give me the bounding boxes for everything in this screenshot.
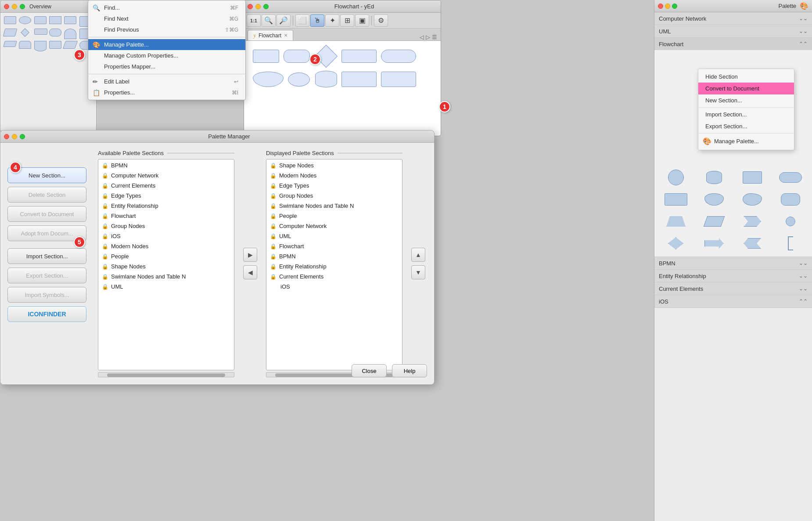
shape-oval[interactable] [668, 170, 684, 185]
palette-section-header-cn[interactable]: Computer Network ⌄⌄ [654, 12, 812, 25]
available-list-item[interactable]: 🔒People [98, 251, 234, 261]
canvas-shape-2[interactable] [284, 50, 310, 63]
app-maximize[interactable] [263, 4, 269, 9]
available-list-item[interactable]: 🔒Modern Nodes [98, 241, 234, 251]
available-list-item[interactable]: 🔒iOS [98, 231, 234, 241]
move-right-button[interactable]: ▶ [243, 248, 257, 262]
menu-item-find-prev[interactable]: Find Previous ⇧⌘G [88, 24, 245, 35]
menu-item-find[interactable]: 🔍 Find... ⌘F [88, 2, 245, 13]
available-list-item[interactable]: 🔒UML [98, 282, 234, 292]
pm-close[interactable] [4, 134, 9, 139]
displayed-list-item[interactable]: 🔒Entity Relationship [266, 261, 402, 271]
menu-item-find-next[interactable]: Find Next ⌘G [88, 13, 245, 24]
displayed-list-item[interactable]: 🔒BPMN [266, 251, 402, 261]
tab-flowchart[interactable]: 𝑦 Flowchart ✕ [248, 30, 293, 40]
shape-parallelogram[interactable] [704, 216, 725, 227]
move-left-button[interactable]: ◀ [243, 265, 257, 279]
pcm-manage-palette[interactable]: 🎨 Manage Palette... [698, 134, 794, 148]
shape-wide-rounded[interactable] [779, 172, 802, 183]
available-list-item[interactable]: 🔒Group Nodes [98, 221, 234, 231]
shape-rect[interactable] [743, 171, 762, 184]
canvas-area[interactable] [244, 41, 441, 136]
palette-close[interactable] [658, 4, 663, 9]
minimize-button[interactable] [12, 4, 17, 9]
import-symbols-button[interactable]: Import Symbols... [7, 287, 86, 303]
menu-item-manage-palette[interactable]: 🎨 Manage Palette... [88, 39, 245, 50]
pcm-import-section[interactable]: Import Section... [698, 109, 794, 120]
menu-item-properties[interactable]: 📋 Properties... ⌘I [88, 87, 245, 98]
tb-pointer[interactable]: 🖱 [310, 14, 324, 27]
displayed-list[interactable]: 🔒Shape Nodes🔒Modern Nodes🔒Edge Types🔒Gro… [266, 159, 402, 370]
palette-section-header-flowchart[interactable]: Flowchart ⌃⌃ [654, 38, 812, 50]
canvas-shape-5[interactable] [253, 72, 284, 87]
tb-settings[interactable]: ⚙ [374, 14, 388, 27]
pm-close-button[interactable]: Close [352, 364, 387, 377]
close-button[interactable] [4, 4, 9, 9]
menu-item-manage-custom[interactable]: Manage Custom Properties... [88, 50, 245, 61]
tb-fit-button[interactable]: 1:1 [247, 14, 261, 27]
displayed-list-item[interactable]: iOS [266, 282, 402, 292]
tb-zoom-out[interactable]: 🔎 [277, 14, 291, 27]
available-list-item[interactable]: 🔒Current Elements [98, 181, 234, 191]
palette-section-header-uml[interactable]: UML ⌄⌄ [654, 25, 812, 37]
displayed-list-item[interactable]: 🔒Group Nodes [266, 191, 402, 201]
shape-arrow-right[interactable] [704, 238, 724, 249]
shape-wide-rect[interactable] [665, 193, 687, 206]
pcm-new-section[interactable]: New Section... [698, 94, 794, 106]
app-close[interactable] [248, 4, 253, 9]
available-list[interactable]: 🔒BPMN🔒Computer Network🔒Current Elements🔒… [98, 159, 234, 370]
pcm-hide-section[interactable]: Hide Section [698, 71, 794, 83]
available-scrollbar[interactable] [98, 372, 234, 377]
shape-chevron[interactable] [744, 216, 761, 227]
menu-item-edit-label[interactable]: ✏ Edit Label ↩ [88, 76, 245, 87]
pcm-export-section[interactable]: Export Section... [698, 120, 794, 132]
available-list-item[interactable]: 🔒Entity Relationship [98, 201, 234, 211]
canvas-shape-1[interactable] [253, 50, 279, 63]
palette-section-header-ios[interactable]: iOS ⌃⌃ [654, 295, 812, 308]
displayed-list-item[interactable]: 🔒Computer Network [266, 221, 402, 231]
displayed-list-item[interactable]: 🔒Shape Nodes [266, 160, 402, 170]
tb-move[interactable]: ✦ [325, 14, 339, 27]
tab-prev[interactable]: ◁ [420, 34, 424, 40]
tab-next[interactable]: ▷ [426, 34, 430, 40]
app-minimize[interactable] [255, 4, 261, 9]
available-list-item[interactable]: 🔒Swimlane Nodes and Table N [98, 271, 234, 282]
displayed-list-item[interactable]: 🔒Edge Types [266, 181, 402, 191]
shape-bracket[interactable] [788, 236, 793, 250]
available-list-item[interactable]: 🔒BPMN [98, 160, 234, 170]
displayed-list-item[interactable]: 🔒Modern Nodes [266, 170, 402, 181]
shape-rounded-rect[interactable] [781, 193, 800, 206]
maximize-button[interactable] [20, 4, 25, 9]
palette-minimize[interactable] [665, 4, 670, 9]
shape-small-circle[interactable] [786, 217, 795, 226]
displayed-list-item[interactable]: 🔒Flowchart [266, 241, 402, 251]
move-up-button[interactable]: ▲ [411, 248, 425, 262]
available-list-item[interactable]: 🔒Edge Types [98, 191, 234, 201]
palette-section-header-current[interactable]: Current Elements ⌄⌄ [654, 282, 812, 295]
canvas-shape-oval[interactable] [288, 72, 310, 87]
displayed-list-item[interactable]: 🔒Current Elements [266, 271, 402, 282]
move-down-button[interactable]: ▼ [411, 265, 425, 279]
palette-maximize[interactable] [672, 4, 677, 9]
canvas-shape-4[interactable] [381, 50, 416, 63]
palette-section-header-bpmn[interactable]: BPMN ⌄⌄ [654, 257, 812, 269]
available-list-item[interactable]: 🔒Shape Nodes [98, 261, 234, 271]
tb-zoom-in[interactable]: 🔍 [262, 14, 276, 27]
canvas-shape-3[interactable] [341, 50, 377, 63]
displayed-list-item[interactable]: 🔒Swimlane Nodes and Table N [266, 201, 402, 211]
canvas-shape-6[interactable] [341, 72, 377, 87]
available-list-item[interactable]: 🔒Computer Network [98, 170, 234, 181]
tb-snap[interactable]: ⊞ [340, 14, 354, 27]
shape-chevron-2[interactable] [744, 238, 761, 249]
tb-grid[interactable]: ▣ [355, 14, 369, 27]
pm-minimize[interactable] [12, 134, 17, 139]
pm-maximize[interactable] [20, 134, 25, 139]
shape-cloud[interactable] [704, 193, 724, 206]
import-section-button[interactable]: Import Section... [7, 248, 86, 264]
palette-section-header-er[interactable]: Entity Relationship ⌄⌄ [654, 270, 812, 282]
displayed-list-item[interactable]: 🔒UML [266, 231, 402, 241]
convert-to-document-button[interactable]: Convert to Document [7, 206, 86, 222]
available-list-item[interactable]: 🔒Flowchart [98, 211, 234, 221]
tab-close[interactable]: ✕ [284, 33, 287, 38]
delete-section-button[interactable]: Delete Section [7, 187, 86, 203]
